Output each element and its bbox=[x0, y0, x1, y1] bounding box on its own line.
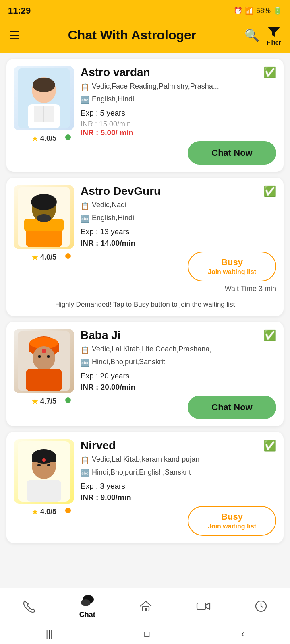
search-button[interactable]: 🔍 bbox=[244, 28, 259, 42]
star-icon: ★ bbox=[31, 507, 39, 516]
video-icon bbox=[196, 599, 211, 613]
divider-devguru bbox=[14, 298, 276, 298]
language-row-babaji: 🔤 Hindi,Bhojpuri,Sanskrit bbox=[81, 358, 276, 367]
svg-point-13 bbox=[37, 214, 51, 222]
nav-video[interactable] bbox=[196, 599, 211, 613]
status-time: 11:29 bbox=[8, 6, 31, 16]
card-main-babaji: ★ 4.7/5 Baba Ji ✅ 📋 Vedic,Lal Kitab,Life… bbox=[14, 329, 276, 419]
lang-icon: 🔤 bbox=[81, 96, 89, 105]
exp-devguru: Exp : 13 years bbox=[81, 227, 276, 236]
exp-babaji: Exp : 20 years bbox=[81, 372, 276, 380]
language-text-vardan: English,Hindi bbox=[92, 95, 134, 103]
astrologer-card-vardan: ★ 4.0/5 Astro vardan ✅ 📋 Vedic,Face Read… bbox=[6, 59, 284, 172]
chat-now-button-vardan[interactable]: Chat Now bbox=[188, 141, 276, 165]
avatar-wrap-devguru: ★ 4.0/5 bbox=[14, 185, 74, 262]
exp-nirved: Exp : 3 years bbox=[81, 482, 276, 491]
nav-home[interactable] bbox=[139, 599, 153, 613]
card-main-devguru: ★ 4.0/5 Astro DevGuru ✅ 📋 Vedic,Nadi 🔤 E… bbox=[14, 185, 276, 293]
astrologer-name-vardan: Astro vardan bbox=[81, 66, 150, 79]
online-indicator-vardan bbox=[64, 134, 72, 141]
name-row-vardan: Astro vardan ✅ bbox=[81, 66, 276, 79]
page-title: Chat With Astrologer bbox=[20, 28, 244, 43]
lang-icon: 🔤 bbox=[81, 359, 89, 367]
filter-label: Filter bbox=[267, 39, 281, 46]
filter-button[interactable]: Filter bbox=[267, 24, 281, 46]
avatar-devguru bbox=[14, 185, 74, 249]
name-row-babaji: Baba Ji ✅ bbox=[81, 329, 276, 342]
svg-rect-36 bbox=[145, 608, 147, 611]
price-original-vardan: INR : 15.00/min bbox=[81, 120, 276, 128]
avatar-wrap-babaji: ★ 4.7/5 bbox=[14, 329, 74, 406]
card-main-nirved: ★ 4.0/5 Nirved ✅ 📋 Vedic,Lal Kitab,karam… bbox=[14, 439, 276, 536]
avatar-wrap-vardan: ★ 4.0/5 bbox=[14, 66, 74, 143]
system-nav-bar: ||| □ ‹ bbox=[0, 623, 290, 644]
card-info-devguru: Astro DevGuru ✅ 📋 Vedic,Nadi 🔤 English,H… bbox=[81, 185, 276, 293]
svg-point-34 bbox=[81, 599, 90, 606]
language-text-babaji: Hindi,Bhojpuri,Sanskrit bbox=[92, 358, 165, 366]
svg-point-19 bbox=[42, 349, 46, 353]
star-icon: ★ bbox=[31, 252, 39, 262]
avatar-vardan bbox=[14, 66, 74, 130]
exp-vardan: Exp : 5 years bbox=[81, 109, 276, 118]
svg-marker-0 bbox=[267, 27, 280, 37]
nav-history[interactable] bbox=[254, 599, 268, 613]
svg-rect-37 bbox=[197, 603, 206, 609]
astrologer-card-babaji: ★ 4.7/5 Baba Ji ✅ 📋 Vedic,Lal Kitab,Life… bbox=[6, 322, 284, 426]
card-info-nirved: Nirved ✅ 📋 Vedic,Lal Kitab,karam kand pu… bbox=[81, 439, 276, 536]
specialty-text-nirved: Vedic,Lal Kitab,karam kand pujan bbox=[92, 455, 199, 464]
menu-button[interactable]: ☰ bbox=[9, 28, 20, 42]
book-icon: 📋 bbox=[81, 456, 89, 465]
chat-now-button-babaji[interactable]: Chat Now bbox=[188, 396, 276, 419]
history-icon bbox=[254, 599, 268, 613]
sys-nav-recents[interactable]: ||| bbox=[36, 625, 62, 642]
price-row-nirved: INR : 9.00/min bbox=[81, 493, 276, 502]
astrologer-name-devguru: Astro DevGuru bbox=[81, 185, 161, 198]
status-icons: ⏰ 📶 58% 🔋 bbox=[234, 6, 282, 15]
demand-text-devguru: Highly Demanded! Tap to Busy button to j… bbox=[14, 301, 276, 309]
busy-button-nirved[interactable]: Busy Join waiting list bbox=[188, 506, 276, 536]
book-icon: 📋 bbox=[81, 83, 89, 92]
avatar-image-devguru bbox=[18, 187, 70, 247]
card-info-vardan: Astro vardan ✅ 📋 Vedic,Face Reading,Palm… bbox=[81, 66, 276, 165]
price-normal-devguru: INR : 14.00/min bbox=[81, 239, 276, 248]
busy-sub-nirved: Join waiting list bbox=[208, 523, 256, 530]
bottom-nav: Chat bbox=[0, 588, 290, 623]
busy-button-devguru[interactable]: Busy Join waiting list bbox=[188, 252, 276, 281]
astrologer-name-babaji: Baba Ji bbox=[81, 329, 121, 342]
avatar-babaji bbox=[14, 329, 74, 393]
language-text-devguru: English,Hindi bbox=[92, 214, 134, 222]
sys-nav-home[interactable]: □ bbox=[135, 625, 159, 642]
chat-icon-active bbox=[79, 593, 95, 609]
card-info-babaji: Baba Ji ✅ 📋 Vedic,Lal Kitab,Life Coach,P… bbox=[81, 329, 276, 419]
price-current-vardan: INR : 5.00/ min bbox=[81, 128, 276, 137]
btn-row-vardan: Chat Now bbox=[81, 141, 276, 165]
nav-call[interactable] bbox=[22, 599, 36, 613]
busy-label-nirved: Busy bbox=[221, 512, 243, 522]
svg-point-21 bbox=[47, 355, 50, 358]
language-text-nirved: Hindi,Bhojpuri,English,Sanskrit bbox=[92, 468, 191, 477]
svg-point-20 bbox=[38, 355, 41, 358]
lang-icon: 🔤 bbox=[81, 215, 89, 223]
star-icon: ★ bbox=[31, 396, 39, 406]
name-row-devguru: Astro DevGuru ✅ bbox=[81, 185, 276, 198]
online-indicator-devguru bbox=[64, 252, 72, 260]
avatar-image-babaji bbox=[18, 331, 70, 391]
online-indicator-nirved bbox=[64, 507, 72, 514]
battery-icon: 🔋 bbox=[273, 6, 282, 15]
card-main-vardan: ★ 4.0/5 Astro vardan ✅ 📋 Vedic,Face Read… bbox=[14, 66, 276, 165]
nav-chat[interactable]: Chat bbox=[79, 593, 95, 619]
specialty-row-babaji: 📋 Vedic,Lal Kitab,Life Coach,Prashana,..… bbox=[81, 345, 276, 355]
svg-point-4 bbox=[33, 78, 55, 92]
book-icon: 📋 bbox=[81, 346, 89, 355]
online-indicator-babaji bbox=[64, 396, 72, 404]
language-row-nirved: 🔤 Hindi,Bhojpuri,English,Sanskrit bbox=[81, 468, 276, 478]
name-row-nirved: Nirved ✅ bbox=[81, 439, 276, 452]
sys-nav-back[interactable]: ‹ bbox=[232, 625, 254, 642]
status-bar: 11:29 ⏰ 📶 58% 🔋 bbox=[0, 0, 290, 20]
svg-point-28 bbox=[37, 464, 41, 466]
specialty-row-vardan: 📋 Vedic,Face Reading,Palmistry,Prasha... bbox=[81, 82, 276, 92]
avatar-wrap-nirved: ★ 4.0/5 bbox=[14, 439, 74, 516]
svg-rect-30 bbox=[27, 480, 61, 502]
app-header: ☰ Chat With Astrologer 🔍 Filter bbox=[0, 20, 290, 53]
avatar-nirved bbox=[14, 439, 74, 504]
